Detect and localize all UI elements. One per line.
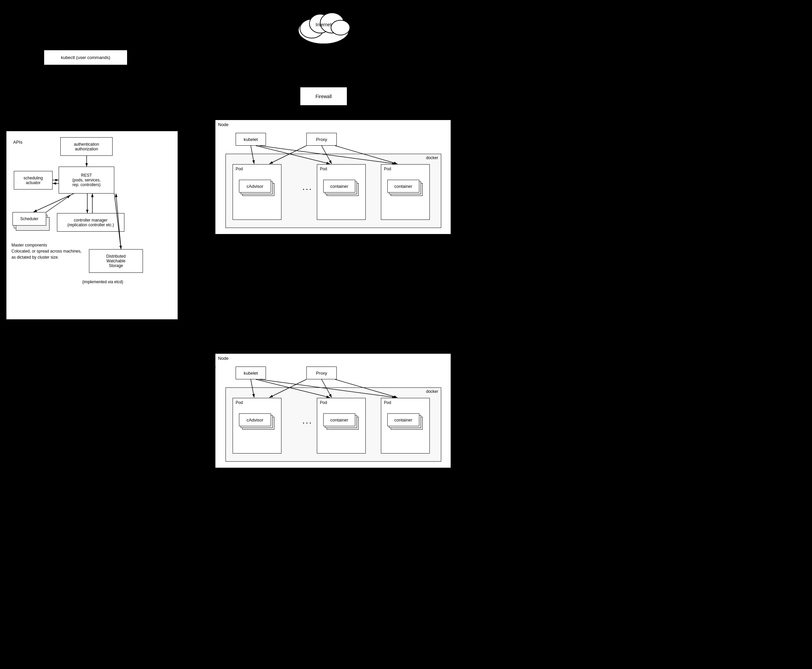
node1-container: Node kubelet Proxy docker Pod cAdvisor c…	[215, 120, 451, 234]
svg-line-58	[178, 177, 215, 202]
svg-line-59	[178, 219, 215, 371]
svg-line-47	[335, 146, 398, 164]
master-container: APIs authentication authorization REST (…	[6, 131, 178, 320]
internet-label: Internet	[293, 22, 354, 27]
node2-container: Node kubelet Proxy docker Pod cAdvisor c…	[215, 353, 451, 468]
node1-arrows	[215, 120, 451, 235]
svg-line-53	[322, 379, 332, 398]
svg-line-49	[251, 379, 254, 398]
svg-line-45	[269, 146, 306, 164]
firewall-box: Firewall	[300, 87, 347, 106]
svg-line-44	[259, 146, 396, 164]
svg-line-36	[46, 195, 70, 212]
master-arrows	[7, 131, 178, 320]
svg-line-52	[269, 379, 306, 398]
diagram-area: Internet Firewall kubectl (user commands…	[0, 0, 812, 669]
svg-line-42	[251, 146, 254, 164]
svg-line-46	[322, 146, 332, 164]
internet-cloud: Internet	[293, 7, 354, 47]
node2-arrows	[215, 354, 451, 468]
svg-line-40	[116, 193, 121, 249]
arrows-svg	[0, 0, 812, 669]
svg-line-51	[259, 379, 396, 398]
svg-line-35	[34, 193, 74, 212]
kubectl-box: kubectl (user commands)	[44, 50, 128, 65]
svg-line-43	[256, 146, 330, 164]
svg-line-50	[256, 379, 330, 398]
global-arrows	[0, 0, 812, 669]
svg-line-54	[335, 379, 398, 398]
